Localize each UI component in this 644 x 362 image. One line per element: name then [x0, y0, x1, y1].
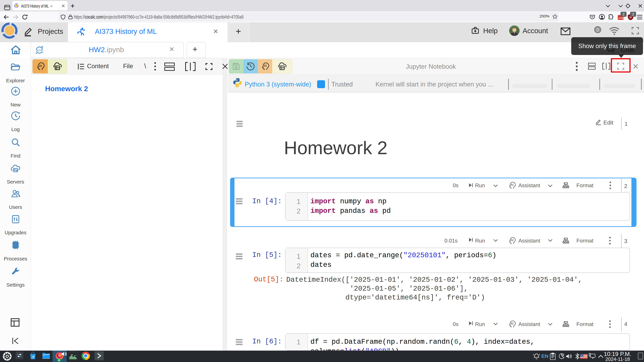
svg-text:AI: AI [511, 238, 514, 242]
svg-text:AI: AI [39, 64, 42, 68]
svg-text:ipynb: ipynb [36, 49, 42, 51]
svg-text:0: 0 [596, 27, 599, 32]
svg-text:AI: AI [511, 183, 514, 187]
svg-text:AI: AI [511, 322, 514, 325]
svg-text:AI: AI [264, 64, 267, 68]
